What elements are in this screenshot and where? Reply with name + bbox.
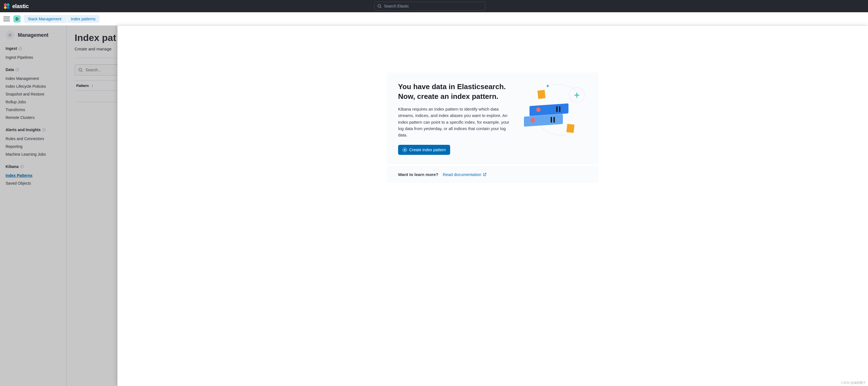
create-index-pattern-button[interactable]: Create index pattern bbox=[398, 145, 450, 155]
elastic-logo-icon bbox=[3, 3, 10, 9]
breadcrumb-stack-management[interactable]: Stack Management bbox=[24, 15, 65, 23]
create-index-pattern-flyout: You have data in Elasticsearch. Now, cre… bbox=[118, 26, 868, 386]
learn-more-label: Want to learn more? bbox=[398, 172, 438, 177]
breadcrumb-bar: D Stack Management Index patterns bbox=[0, 12, 868, 26]
modal-backdrop[interactable] bbox=[0, 26, 118, 386]
top-header: elastic bbox=[0, 0, 868, 12]
watermark: CSDN @编程圈子 bbox=[841, 381, 866, 385]
search-icon bbox=[377, 4, 382, 8]
svg-point-1 bbox=[7, 3, 9, 6]
index-pattern-illustration: ✦ + bbox=[523, 82, 587, 138]
space-selector[interactable]: D bbox=[13, 15, 21, 23]
brand-logo[interactable]: elastic bbox=[3, 3, 29, 9]
nav-toggle-button[interactable] bbox=[3, 16, 10, 22]
svg-point-2 bbox=[4, 6, 7, 9]
external-link-icon bbox=[483, 173, 486, 176]
learn-more-card: Want to learn more? Read documentation bbox=[387, 166, 598, 183]
breadcrumb-index-patterns[interactable]: Index patterns bbox=[65, 15, 100, 23]
global-search[interactable] bbox=[374, 2, 486, 10]
empty-state-prompt: You have data in Elasticsearch. Now, cre… bbox=[387, 72, 598, 164]
svg-point-3 bbox=[7, 6, 9, 9]
brand-text: elastic bbox=[12, 3, 29, 9]
svg-point-4 bbox=[378, 4, 380, 7]
svg-line-5 bbox=[380, 7, 381, 8]
breadcrumb: Stack Management Index patterns bbox=[24, 15, 99, 23]
read-documentation-link[interactable]: Read documentation bbox=[443, 172, 486, 177]
plus-circle-icon bbox=[403, 148, 407, 152]
svg-point-0 bbox=[4, 3, 7, 6]
global-search-input[interactable] bbox=[384, 4, 483, 8]
prompt-title: You have data in Elasticsearch. Now, cre… bbox=[398, 82, 515, 101]
prompt-description: Kibana requires an index pattern to iden… bbox=[398, 106, 515, 138]
